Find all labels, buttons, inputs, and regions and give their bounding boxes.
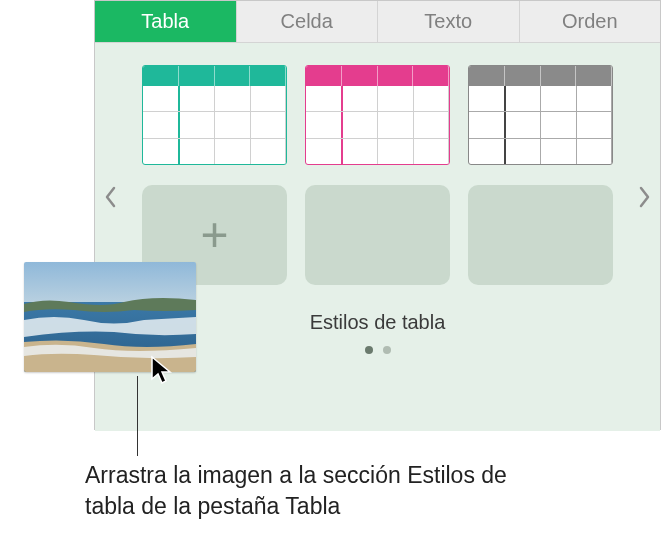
page-dot[interactable] bbox=[365, 346, 373, 354]
table-style-preset-teal[interactable] bbox=[142, 65, 287, 165]
tab-bar: Tabla Celda Texto Orden bbox=[95, 1, 660, 43]
tab-texto[interactable]: Texto bbox=[378, 1, 520, 42]
empty-style-slot[interactable] bbox=[305, 185, 450, 285]
tab-label: Texto bbox=[424, 10, 472, 33]
cursor-arrow-icon bbox=[150, 355, 176, 387]
style-grid: + bbox=[95, 65, 660, 285]
styles-next-button[interactable] bbox=[636, 183, 654, 211]
thumb-header bbox=[143, 66, 286, 86]
chevron-right-icon bbox=[638, 185, 652, 209]
empty-style-slot[interactable] bbox=[468, 185, 613, 285]
table-styles-section: + Estilos de tabla bbox=[95, 43, 660, 431]
callout-text: Arrastra la imagen a la sección Estilos … bbox=[85, 460, 555, 522]
tab-label: Celda bbox=[281, 10, 333, 33]
callout-leader-line bbox=[137, 376, 138, 456]
thumb-header bbox=[306, 66, 449, 86]
tab-tabla[interactable]: Tabla bbox=[95, 1, 237, 42]
styles-prev-button[interactable] bbox=[101, 183, 119, 211]
table-style-preset-gray[interactable] bbox=[468, 65, 613, 165]
tab-label: Orden bbox=[562, 10, 618, 33]
tab-celda[interactable]: Celda bbox=[237, 1, 379, 42]
tab-orden[interactable]: Orden bbox=[520, 1, 661, 42]
table-style-preset-pink[interactable] bbox=[305, 65, 450, 165]
chevron-left-icon bbox=[103, 185, 117, 209]
svg-rect-0 bbox=[24, 262, 196, 302]
plus-icon: + bbox=[200, 211, 228, 259]
tab-label: Tabla bbox=[141, 10, 189, 33]
page-dot[interactable] bbox=[383, 346, 391, 354]
thumb-header bbox=[469, 66, 612, 86]
